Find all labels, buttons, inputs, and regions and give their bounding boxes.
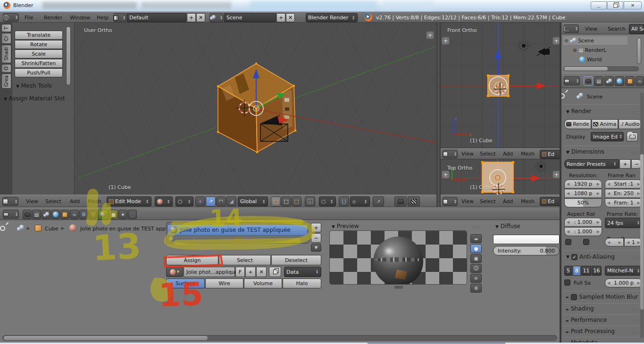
- outliner-hscroll-thumb[interactable]: [564, 67, 608, 71]
- deselect-button[interactable]: Deselect: [271, 255, 321, 265]
- aa-samples-11[interactable]: 11: [581, 266, 591, 276]
- aa-samples-8[interactable]: 8: [573, 266, 581, 276]
- orientation-select[interactable]: Global↕: [238, 197, 268, 206]
- outliner-item-label[interactable]: World: [587, 57, 602, 63]
- edge-select-mode[interactable]: □: [281, 197, 291, 206]
- menu-select[interactable]: Select: [480, 151, 496, 157]
- add-scene-button[interactable]: +: [276, 13, 285, 22]
- arrow-right-icon[interactable]: ▶: [597, 182, 600, 186]
- editor-type-selector[interactable]: ↕: [3, 210, 19, 219]
- crop-checkbox[interactable]: [583, 239, 589, 245]
- outliner-item-label[interactable]: Scene: [578, 38, 594, 44]
- arrow-left-icon[interactable]: ◀: [567, 229, 569, 234]
- assign-material-slot-panel-header[interactable]: ▼ Assign Material Slot: [4, 95, 65, 102]
- menu-add[interactable]: Add: [503, 151, 513, 157]
- panel-grip[interactable]: ::::: [631, 329, 639, 335]
- arrow-left-icon[interactable]: ◀: [567, 182, 569, 186]
- fake-user-button[interactable]: F: [235, 267, 245, 277]
- diffuse-panel-header[interactable]: ▼ Diffuse: [495, 223, 520, 229]
- tab-world[interactable]: [51, 210, 60, 219]
- preview-panel-header[interactable]: ▼ Preview: [332, 223, 359, 229]
- minimize-button[interactable]: —: [591, 1, 607, 9]
- outliner-row-scene[interactable]: ⊖ Scene: [563, 36, 627, 45]
- panel-grip[interactable]: ::::: [631, 150, 639, 155]
- add-preset-button[interactable]: +: [619, 159, 631, 169]
- mesh-tools-panel-header[interactable]: ▼ Mesh Tools: [16, 82, 52, 89]
- shelf-scrollbar[interactable]: [66, 26, 71, 85]
- scene-field[interactable]: Scene: [224, 13, 276, 22]
- panel-grip[interactable]: ::::: [631, 307, 639, 312]
- close-button[interactable]: ✕: [624, 1, 642, 9]
- pivot-point-select[interactable]: ○↕: [176, 197, 193, 206]
- render-still-button[interactable]: Rende: [564, 119, 591, 129]
- viewport-shading-select[interactable]: ↕: [155, 197, 173, 206]
- screen-layout-field[interactable]: Default: [127, 13, 186, 22]
- tab-object-data[interactable]: ▽: [89, 210, 98, 219]
- menu-view[interactable]: View: [461, 198, 474, 205]
- manipulator-rotate[interactable]: ◠: [216, 197, 226, 206]
- menu-select[interactable]: Select: [480, 198, 496, 205]
- delete-scene-button[interactable]: ✕: [286, 13, 295, 22]
- tab-particles[interactable]: ✶: [118, 210, 127, 219]
- arrow-right-icon[interactable]: ▶: [619, 240, 621, 245]
- diffuse-intensity-slider[interactable]: Intensity: 0.800: [493, 246, 560, 255]
- shelf-tab-grease[interactable]: Grea: [1, 74, 11, 89]
- editor-type-selector[interactable]: ↕: [443, 150, 458, 158]
- tab-scene[interactable]: [42, 210, 50, 219]
- menu-view[interactable]: View: [461, 151, 474, 157]
- preview-type-monkey[interactable]: ☺: [470, 264, 482, 273]
- tab-texture[interactable]: ▦: [109, 210, 118, 219]
- resolution-x-field[interactable]: ◀1920 p▶: [564, 180, 602, 188]
- viewport-expand-icon[interactable]: +: [426, 31, 434, 39]
- render-opengl-anim-button[interactable]: [408, 197, 420, 206]
- menu-mesh[interactable]: Mesh: [88, 198, 101, 205]
- scene-icon-button[interactable]: ↕: [209, 13, 224, 22]
- link-data-select[interactable]: Data↕: [284, 267, 321, 277]
- arrow-left-icon[interactable]: ◀: [607, 281, 610, 285]
- translate-button[interactable]: Translate: [15, 31, 63, 40]
- menu-help[interactable]: Help: [97, 15, 109, 21]
- aa-samples-16[interactable]: 16: [592, 266, 602, 276]
- arrow-left-icon[interactable]: ◀: [567, 191, 569, 196]
- arrow-left-icon[interactable]: ◀: [607, 191, 610, 196]
- panel-grip[interactable]: ::::: [473, 224, 481, 229]
- manipulator-toggle[interactable]: +: [195, 197, 205, 206]
- select-button[interactable]: Select: [219, 255, 271, 265]
- arrow-left-icon[interactable]: ◀: [607, 182, 610, 186]
- proportional-edit-select[interactable]: ○↕: [319, 197, 336, 206]
- type-tab-surface[interactable]: Surface: [166, 278, 205, 288]
- shelf-tab-tools[interactable]: T: [1, 24, 11, 32]
- border-checkbox[interactable]: [565, 239, 571, 245]
- snap-peel-toggle[interactable]: ↗: [373, 197, 384, 206]
- snap-element-select[interactable]: ◇↕: [350, 197, 370, 206]
- menu-add[interactable]: Add: [503, 198, 513, 205]
- preview-type-world[interactable]: ⊕: [470, 284, 482, 293]
- render-animation-button[interactable]: Anima: [592, 119, 618, 129]
- menu-add[interactable]: Add: [70, 198, 80, 205]
- breadcrumb-object[interactable]: Cube: [45, 226, 58, 232]
- preview-grip[interactable]: [394, 286, 403, 288]
- viewport-divider[interactable]: [436, 23, 441, 207]
- preview-type-hair[interactable]: ≋: [470, 274, 482, 283]
- tab-modifiers[interactable]: ⚙: [79, 210, 88, 219]
- horizontal-scrollbar-thumb[interactable]: [4, 336, 208, 340]
- push-pull-button[interactable]: Push/Pull: [15, 68, 63, 77]
- menu-mesh[interactable]: Mesh: [521, 198, 535, 205]
- material-name-field[interactable]: Jolie phot...appliquée: [184, 267, 235, 277]
- time-remap-old-field[interactable]: ◀▶: [605, 238, 624, 246]
- arrow-left-icon[interactable]: ◀: [627, 240, 629, 245]
- tab-physics[interactable]: ◌: [128, 210, 137, 219]
- frame-end-field[interactable]: ◀En: 250▶: [605, 189, 643, 198]
- preview-type-cube[interactable]: ▣: [470, 254, 482, 263]
- display-select[interactable]: Image Ed↕: [591, 132, 624, 141]
- full-sample-checkbox[interactable]: [564, 279, 570, 286]
- render-opengl-button[interactable]: [394, 197, 407, 206]
- rotate-button[interactable]: Rotate: [15, 40, 63, 49]
- tab-object[interactable]: [60, 210, 69, 219]
- camera-object-front[interactable]: [537, 47, 550, 56]
- antialiasing-checkbox[interactable]: ✓: [571, 254, 577, 260]
- menu-window[interactable]: Window: [70, 15, 90, 21]
- editor-type-selector[interactable]: ↕: [443, 197, 458, 206]
- post-processing-panel-header[interactable]: ► Post Processing: [566, 328, 615, 335]
- mode-select[interactable]: Ed: [540, 197, 560, 206]
